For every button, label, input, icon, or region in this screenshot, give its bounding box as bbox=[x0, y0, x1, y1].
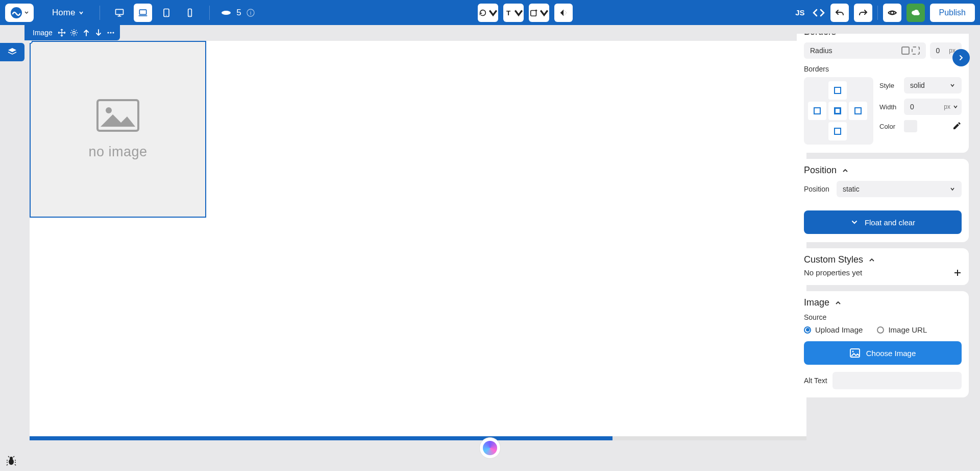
collapse-position-button[interactable] bbox=[842, 167, 849, 174]
collapse-image-button[interactable] bbox=[835, 299, 842, 307]
breakpoint-icon bbox=[221, 9, 231, 16]
page-name: Home bbox=[52, 8, 75, 18]
move-button[interactable] bbox=[58, 29, 66, 37]
radius-value[interactable]: 0 bbox=[936, 46, 940, 55]
move-down-button[interactable] bbox=[94, 29, 103, 37]
cloud-icon bbox=[911, 8, 921, 18]
radius-mode-toggles[interactable] bbox=[901, 46, 920, 55]
js-button[interactable]: JS bbox=[795, 8, 804, 17]
border-width-value: 0 bbox=[910, 103, 914, 111]
chevron-up-icon bbox=[841, 34, 848, 36]
logo-menu-button[interactable] bbox=[5, 4, 34, 22]
container-tool-button[interactable] bbox=[529, 4, 549, 22]
radius-individual-icon bbox=[912, 46, 920, 55]
contrast-tool-button[interactable] bbox=[554, 4, 573, 22]
plus-icon bbox=[953, 269, 962, 277]
custom-styles-empty: No properties yet bbox=[804, 268, 862, 277]
border-all-button[interactable] bbox=[828, 102, 847, 120]
upload-image-radio[interactable]: Upload Image bbox=[804, 325, 863, 334]
chevron-down-icon bbox=[514, 8, 523, 17]
svg-point-12 bbox=[891, 11, 894, 14]
more-button[interactable] bbox=[107, 29, 115, 37]
eyedropper-button[interactable] bbox=[951, 121, 962, 131]
svg-point-16 bbox=[112, 32, 114, 33]
canvas-scrollbar[interactable] bbox=[30, 436, 806, 440]
image-url-radio[interactable]: Image URL bbox=[877, 325, 927, 334]
border-bottom-button[interactable] bbox=[828, 122, 847, 140]
device-desktop-button[interactable] bbox=[110, 4, 129, 22]
container-icon bbox=[529, 8, 538, 17]
collapse-borders-button[interactable] bbox=[841, 34, 848, 36]
chevron-up-icon bbox=[868, 256, 875, 264]
border-left-button[interactable] bbox=[808, 102, 826, 120]
refresh-button[interactable] bbox=[478, 4, 498, 22]
border-top-button[interactable] bbox=[828, 81, 847, 100]
save-button[interactable] bbox=[906, 4, 925, 22]
device-tablet-button[interactable] bbox=[157, 4, 176, 22]
logo-icon bbox=[10, 7, 22, 19]
info-icon[interactable]: i bbox=[247, 9, 255, 17]
border-color-swatch[interactable] bbox=[904, 120, 917, 132]
page-selector[interactable]: Home bbox=[52, 8, 84, 18]
gear-icon bbox=[70, 29, 78, 37]
float-clear-button[interactable]: Float and clear bbox=[804, 210, 962, 234]
position-select[interactable]: static bbox=[837, 181, 962, 197]
chevron-down-icon bbox=[949, 186, 955, 192]
chevron-down-icon bbox=[952, 104, 959, 110]
preview-button[interactable] bbox=[883, 4, 901, 22]
settings-button[interactable] bbox=[70, 29, 78, 37]
border-width-input[interactable]: 0 px bbox=[904, 99, 962, 115]
canvas[interactable]: no image bbox=[30, 41, 806, 440]
svg-point-26 bbox=[106, 107, 112, 113]
svg-point-13 bbox=[72, 32, 75, 34]
chevron-down-icon bbox=[540, 8, 549, 17]
redo-icon bbox=[859, 8, 868, 17]
move-up-button[interactable] bbox=[82, 29, 90, 37]
eye-icon bbox=[887, 8, 897, 18]
image-widget[interactable]: no image bbox=[30, 41, 206, 218]
border-side-selector[interactable] bbox=[804, 77, 873, 145]
resize-handle[interactable] bbox=[30, 41, 33, 44]
collapse-custom-button[interactable] bbox=[868, 256, 875, 264]
svg-text:T: T bbox=[506, 9, 510, 16]
border-color-label: Color bbox=[879, 123, 900, 130]
choose-image-button[interactable]: Choose Image bbox=[804, 341, 962, 365]
layers-button[interactable] bbox=[0, 43, 24, 61]
divider bbox=[100, 6, 100, 20]
alt-text-input[interactable] bbox=[832, 372, 962, 389]
border-style-select[interactable]: solid bbox=[904, 77, 962, 93]
publish-button[interactable]: Publish bbox=[930, 4, 975, 22]
undo-button[interactable] bbox=[830, 4, 849, 22]
svg-point-28 bbox=[852, 351, 853, 352]
image-url-label: Image URL bbox=[888, 325, 927, 334]
selection-context-bar: Image bbox=[24, 25, 120, 40]
image-placeholder-icon bbox=[96, 99, 139, 132]
panel-collapse-button[interactable] bbox=[952, 49, 970, 66]
redo-button[interactable] bbox=[854, 4, 872, 22]
assistant-button[interactable] bbox=[479, 437, 501, 459]
bug-icon bbox=[6, 455, 17, 466]
radius-all-icon bbox=[901, 46, 910, 55]
position-section-title: Position bbox=[804, 165, 837, 176]
svg-point-30 bbox=[10, 457, 13, 460]
border-style-value: solid bbox=[910, 81, 925, 89]
refresh-icon bbox=[478, 8, 487, 17]
svg-rect-1 bbox=[116, 9, 124, 14]
add-style-button[interactable] bbox=[953, 269, 962, 277]
chevron-up-icon bbox=[842, 167, 849, 174]
code-icon[interactable] bbox=[812, 8, 825, 18]
border-right-button[interactable] bbox=[849, 102, 867, 120]
divider bbox=[877, 6, 878, 20]
float-clear-label: Float and clear bbox=[865, 218, 915, 227]
device-mobile-button[interactable] bbox=[181, 4, 199, 22]
selected-widget-label: Image bbox=[33, 29, 53, 37]
chevron-down-icon bbox=[24, 10, 29, 15]
mobile-icon bbox=[185, 8, 195, 18]
chevron-right-icon bbox=[958, 54, 965, 61]
text-tool-button[interactable]: T bbox=[503, 4, 524, 22]
scrollbar-thumb[interactable] bbox=[30, 436, 612, 440]
debug-button[interactable] bbox=[3, 453, 19, 469]
device-laptop-button[interactable] bbox=[134, 4, 152, 22]
eyedropper-icon bbox=[951, 121, 962, 131]
chevron-down-icon bbox=[488, 8, 498, 17]
